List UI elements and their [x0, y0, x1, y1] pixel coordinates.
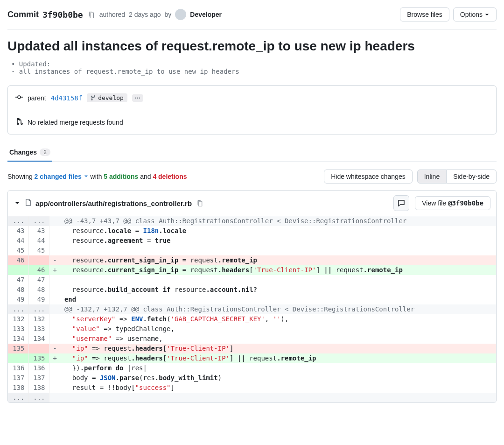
commit-header: Commit 3f90b0be authored 2 days ago by D… — [7, 7, 497, 29]
authored-by: by — [164, 11, 171, 18]
summary-deletions: 4 deletions — [153, 173, 187, 180]
summary-with: with — [91, 173, 102, 180]
comment-file-button[interactable] — [393, 195, 409, 211]
tab-changes-label: Changes — [9, 148, 37, 156]
diff-expand-row[interactable]: ...... — [8, 393, 496, 403]
chevron-down-icon — [484, 12, 490, 17]
diff-line[interactable]: 132132 "serverKey" => ENV.fetch('GAB_CAP… — [8, 314, 496, 324]
tab-changes[interactable]: Changes 2 — [7, 144, 52, 162]
diff-line[interactable]: 4949 end — [8, 295, 496, 304]
copy-path-icon[interactable] — [196, 199, 204, 207]
diff-hunk-header[interactable]: ......@@ -132,7 +132,7 @@ class Auth::Re… — [8, 304, 496, 314]
diff-line[interactable]: 138138 result = !!body["success"] — [8, 383, 496, 393]
svg-point-0 — [18, 96, 21, 99]
diff-line[interactable]: 135+ "ip" => request.headers['True-Clien… — [8, 353, 496, 363]
parent-row: parent 4d43158f develop ··· — [8, 86, 496, 110]
branch-name: develop — [98, 94, 124, 101]
comment-icon — [398, 199, 405, 207]
side-by-side-view-button[interactable]: Side-by-side — [446, 170, 497, 184]
commit-info-box: parent 4d43158f develop ··· No related m… — [7, 85, 497, 134]
authored-time: 2 days ago — [129, 11, 161, 18]
diff-line[interactable]: 4848 resource.build_account if resource.… — [8, 285, 496, 295]
merge-request-icon — [15, 118, 23, 127]
commit-label: Commit — [7, 10, 39, 20]
browse-files-button[interactable]: Browse files — [400, 7, 449, 21]
commit-icon — [15, 93, 23, 102]
options-label: Options — [460, 11, 483, 18]
summary-additions: 5 additions — [104, 173, 138, 180]
diff-line[interactable]: 4444 resource.agreement = true — [8, 236, 496, 246]
parent-label: parent — [28, 94, 46, 102]
summary-showing: Showing — [7, 173, 33, 180]
hide-whitespace-button[interactable]: Hide whitespace changes — [324, 170, 413, 184]
more-branches-button[interactable]: ··· — [132, 94, 143, 102]
mr-row: No related merge requests found — [8, 110, 496, 134]
diff-line[interactable]: 4343 resource.locale = I18n.locale — [8, 226, 496, 236]
diff-line[interactable]: 133133 "value" => typedChallenge, — [8, 324, 496, 334]
collapse-file-icon[interactable] — [14, 199, 21, 207]
changed-files-link[interactable]: 2 changed files — [35, 173, 91, 180]
parent-sha-link[interactable]: 4d43158f — [51, 94, 82, 102]
diff-line[interactable]: 137137 body = JSON.parse(res.body_with_l… — [8, 373, 496, 383]
tab-changes-count: 2 — [40, 148, 50, 156]
file-icon — [25, 199, 32, 207]
view-file-button[interactable]: View file @3f90b0be — [415, 196, 490, 210]
tabs-row: Changes 2 — [7, 144, 497, 162]
diff-line[interactable]: 135- "ip" => request.headers['True-Clien… — [8, 344, 496, 353]
view-file-label: View file — [422, 199, 446, 207]
diff-line[interactable]: 134134 "username" => username, — [8, 334, 496, 344]
file-header: app/controllers/auth/registrations_contr… — [8, 191, 496, 216]
summary-and: and — [140, 173, 151, 180]
commit-title: Updated all instances of request.remote_… — [7, 38, 497, 55]
file-path[interactable]: app/controllers/auth/registrations_contr… — [35, 199, 192, 207]
diff-line[interactable]: 136136 }).perform do |res| — [8, 363, 496, 373]
branch-icon — [91, 95, 96, 101]
diff-line[interactable]: 4747 — [8, 275, 496, 285]
authored-prefix: authored — [99, 11, 125, 18]
diff-line[interactable]: 46- resource.current_sign_in_ip = reques… — [8, 255, 496, 265]
diff-hunk-header[interactable]: ......@@ -43,7 +43,7 @@ class Auth::Regi… — [8, 216, 496, 226]
mr-text: No related merge requests found — [28, 119, 123, 126]
diff-line[interactable]: 4545 — [8, 246, 496, 255]
author-avatar[interactable] — [175, 9, 186, 20]
inline-view-button[interactable]: Inline — [417, 170, 447, 184]
chevron-down-icon — [84, 174, 89, 179]
branch-badge[interactable]: develop — [87, 93, 127, 102]
copy-sha-icon[interactable] — [87, 10, 96, 19]
diff-view-toggle: Inline Side-by-side — [417, 170, 497, 184]
file-diff-block: app/controllers/auth/registrations_contr… — [7, 190, 497, 403]
author-name[interactable]: Developer — [190, 11, 222, 18]
diff-table: ......@@ -43,7 +43,7 @@ class Auth::Regi… — [8, 216, 496, 403]
commit-description: • Updated: - all instances of request.re… — [11, 60, 497, 75]
diff-line[interactable]: 46+ resource.current_sign_in_ip = reques… — [8, 265, 496, 275]
commit-sha: 3f90b0be — [42, 10, 83, 20]
options-button[interactable]: Options — [453, 7, 497, 21]
view-file-sha: @3f90b0be — [448, 199, 483, 207]
summary-row: Showing 2 changed files with 5 additions… — [7, 170, 497, 184]
